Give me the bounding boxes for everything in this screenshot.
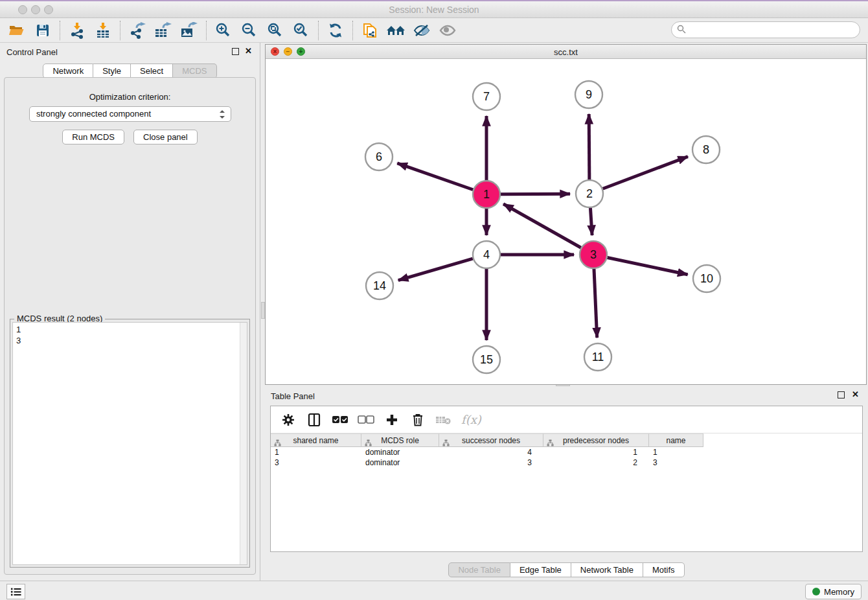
save-session-button[interactable] [30, 20, 56, 41]
graph-edge-1-6[interactable] [397, 163, 473, 190]
zoom-selected-button[interactable] [288, 20, 314, 41]
column-type-icon [365, 437, 372, 450]
table-row[interactable]: 3dominator323 [271, 457, 862, 468]
column-header-successor-nodes[interactable]: successor nodes [439, 433, 543, 447]
table-cell[interactable]: 1 [543, 447, 649, 457]
window-titlebar: Session: New Session [0, 1, 868, 18]
task-history-button[interactable] [6, 584, 25, 599]
hide-selected-button[interactable] [409, 20, 435, 41]
trash-icon [412, 413, 424, 427]
add-row-button[interactable] [383, 411, 400, 428]
table-cell[interactable]: 2 [543, 457, 649, 468]
zoom-fit-icon [267, 22, 284, 39]
table-cell[interactable]: 3 [439, 457, 543, 468]
table-cell[interactable]: dominator [361, 447, 439, 457]
toolbar-separator [60, 21, 60, 40]
select-all-icon [332, 415, 348, 424]
tab-network[interactable]: Network [43, 63, 93, 78]
column-header-predecessor-nodes[interactable]: predecessor nodes [543, 433, 649, 447]
close-panel-icon[interactable]: ✕ [245, 46, 252, 56]
column-header-MCDS-role[interactable]: MCDS role [361, 433, 439, 447]
save-floppy-icon [36, 23, 50, 38]
status-bar: Memory [0, 581, 868, 600]
zoom-out-button[interactable] [236, 20, 262, 41]
zoom-fit-button[interactable] [262, 20, 288, 41]
graph-node-label: 4 [483, 248, 490, 261]
table-cell[interactable]: 3 [649, 457, 703, 468]
gear-icon [281, 413, 295, 427]
optimization-criterion-select[interactable]: strongly connected component [29, 106, 231, 122]
mcds-result-box[interactable]: 1 3 [12, 322, 247, 565]
show-columns-button[interactable] [306, 411, 323, 428]
column-header-name[interactable]: name [649, 433, 703, 447]
import-network-button[interactable] [64, 20, 90, 41]
graph-edge-3-11[interactable] [594, 269, 597, 338]
vertical-splitter[interactable] [260, 43, 265, 581]
tab-select[interactable]: Select [131, 63, 173, 78]
zoom-selected-icon [293, 22, 310, 39]
close-table-panel-icon[interactable]: ✕ [852, 389, 859, 399]
memory-button[interactable]: Memory [805, 584, 862, 599]
graph-edge-3-10[interactable] [608, 258, 688, 275]
run-mcds-button[interactable]: Run MCDS [62, 130, 124, 144]
delete-table-icon [435, 414, 452, 426]
export-table-icon [154, 22, 172, 39]
table-tab-motifs[interactable]: Motifs [643, 562, 685, 577]
graph-edge-3-1[interactable] [503, 204, 581, 248]
search-field-wrap [671, 21, 860, 38]
open-session-button[interactable] [4, 20, 30, 41]
table-tab-network-table[interactable]: Network Table [571, 562, 643, 577]
graph-edge-2-8[interactable] [603, 157, 688, 189]
graph-node-label: 8 [703, 143, 709, 156]
table-cell[interactable]: 3 [271, 457, 361, 468]
export-network-button[interactable] [124, 20, 150, 41]
table-cell[interactable]: 1 [649, 447, 703, 457]
toolbar-separator [120, 21, 120, 40]
control-panel-header: Control Panel ✕ [0, 43, 260, 61]
tab-style[interactable]: Style [93, 63, 131, 78]
export-table-button[interactable] [150, 20, 176, 41]
import-table-button[interactable] [90, 20, 116, 41]
close-panel-button[interactable]: Close panel [133, 130, 198, 144]
graph-node-label: 15 [480, 353, 493, 366]
graph-edge-4-14[interactable] [398, 259, 473, 280]
home-views-button[interactable] [383, 20, 409, 41]
deselect-all-button[interactable] [358, 411, 374, 428]
zoom-in-button[interactable] [211, 20, 236, 41]
refresh-button[interactable] [323, 20, 348, 41]
function-builder-button[interactable]: f(x) [461, 413, 481, 426]
table-row[interactable]: 1dominator411 [271, 447, 862, 457]
table-panel: Table Panel ✕ [265, 387, 868, 581]
result-scrollbar[interactable] [240, 323, 247, 564]
show-all-button[interactable] [435, 20, 461, 41]
mcds-result-text: 1 3 [16, 324, 21, 346]
table-tab-edge-table[interactable]: Edge Table [510, 562, 571, 577]
graph-edge-1-2[interactable] [501, 194, 570, 194]
delete-table-button[interactable] [435, 411, 452, 428]
table-settings-button[interactable] [280, 411, 297, 428]
documents-share-icon [361, 21, 378, 40]
mcds-panel: Optimization criterion: strongly connect… [4, 77, 256, 575]
column-type-icon [442, 437, 450, 450]
column-type-icon [547, 437, 554, 450]
network-canvas[interactable]: 7968124314101511 [266, 59, 866, 384]
float-table-panel-icon[interactable] [838, 391, 845, 398]
table-cell[interactable]: 1 [271, 447, 361, 457]
table-tab-node-table[interactable]: Node Table [448, 562, 510, 577]
table-body: 1dominator4113dominator323 [271, 447, 862, 468]
control-panel-tabs: NetworkStyleSelectMCDS [0, 63, 260, 78]
delete-row-button[interactable] [409, 411, 426, 428]
graph-edge-2-9[interactable] [589, 114, 589, 179]
copy-network-button[interactable] [357, 20, 383, 41]
select-all-button[interactable] [332, 411, 348, 428]
export-image-button[interactable] [176, 20, 202, 41]
table-cell[interactable]: dominator [361, 457, 439, 468]
network-window-title: scc.txt [266, 47, 866, 57]
toolbar-separator [206, 21, 207, 40]
column-header-shared-name[interactable]: shared name [271, 433, 361, 447]
search-input[interactable] [671, 21, 860, 38]
float-panel-icon[interactable] [232, 48, 239, 55]
graph-edge-2-3[interactable] [590, 208, 592, 235]
table-cell[interactable]: 4 [439, 447, 543, 457]
tab-mcds[interactable]: MCDS [173, 63, 216, 78]
